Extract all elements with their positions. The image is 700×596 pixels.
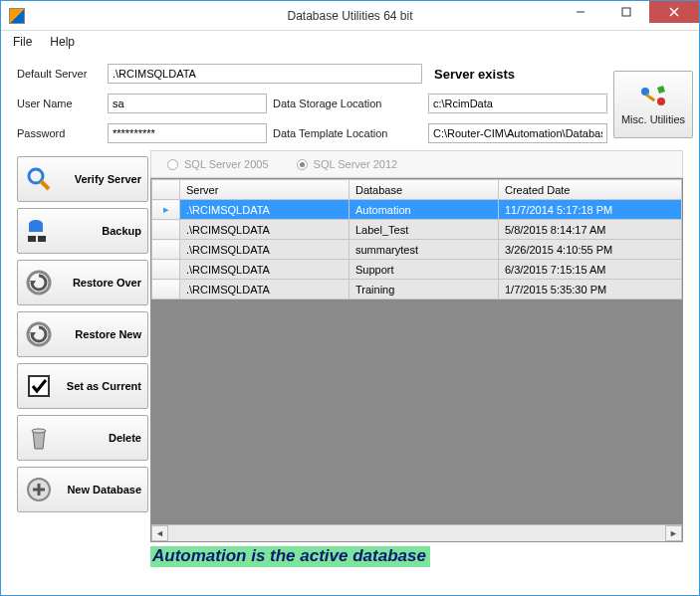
svg-line-9 [41,181,49,189]
svg-point-19 [32,429,46,433]
row-indicator[interactable] [152,220,180,240]
maximize-button[interactable] [603,1,649,23]
svg-marker-6 [657,86,665,94]
verify-server-button[interactable]: Verify Server [17,156,148,202]
menu-help[interactable]: Help [50,35,75,49]
status-line: Automation is the active database [150,542,683,566]
sql-2012-label: SQL Server 2012 [314,158,398,170]
close-button[interactable] [649,1,699,23]
cell-created[interactable]: 11/7/2014 5:17:18 PM [499,200,682,220]
restore-over-icon [24,268,54,298]
svg-point-7 [657,98,665,105]
svg-rect-18 [29,376,49,396]
grid-header-server[interactable]: Server [180,180,350,200]
cell-server[interactable]: .\RCIMSQLDATA [180,200,350,220]
user-name-label: User Name [17,98,102,109]
tools-icon [637,84,669,109]
row-indicator[interactable] [152,240,180,260]
titlebar: Database Utilities 64 bit [1,1,699,31]
server-exists-label: Server exists [428,67,607,82]
scroll-right-arrow-icon[interactable]: ► [665,525,682,541]
delete-button[interactable]: Delete [17,415,148,461]
set-as-current-label: Set as Current [60,380,141,392]
scroll-left-arrow-icon[interactable]: ◄ [151,525,168,541]
restore-new-button[interactable]: Restore New [17,311,148,357]
checkbox-icon [24,371,54,401]
svg-rect-12 [28,236,36,242]
sql-2005-radio[interactable]: SQL Server 2005 [167,158,269,170]
menu-file[interactable]: File [13,35,32,49]
cell-server[interactable]: .\RCIMSQLDATA [180,240,350,260]
row-indicator[interactable] [152,280,180,299]
cell-database[interactable]: Support [350,260,499,280]
restore-new-label: Restore New [60,328,141,340]
data-storage-label: Data Storage Location [273,98,422,109]
cell-server[interactable]: .\RCIMSQLDATA [180,260,350,280]
svg-rect-5 [645,94,655,101]
delete-label: Delete [60,432,141,444]
data-storage-input[interactable] [428,94,607,113]
cell-database[interactable]: Training [350,280,499,299]
password-label: Password [17,127,102,139]
grid-rowheader-col[interactable] [152,180,180,200]
table-row[interactable]: .\RCIMSQLDATATraining1/7/2015 5:35:30 PM [152,280,682,299]
cell-database[interactable]: Automation [350,200,499,220]
menubar: File Help [1,31,699,53]
app-icon [9,8,25,24]
grid-header-created[interactable]: Created Date [499,180,682,200]
data-template-input[interactable] [428,123,607,143]
verify-icon [24,164,54,194]
new-database-label: New Database [60,484,141,496]
cell-server[interactable]: .\RCIMSQLDATA [180,280,350,299]
trash-icon [24,423,54,453]
minimize-button[interactable] [558,1,603,23]
table-row[interactable]: ▸.\RCIMSQLDATAAutomation11/7/2014 5:17:1… [152,200,682,220]
restore-new-icon [24,319,54,349]
data-template-label: Data Template Location [273,127,422,139]
svg-rect-11 [29,224,43,232]
cell-created[interactable]: 6/3/2015 7:15:15 AM [499,260,682,280]
cell-database[interactable]: summarytest [350,240,499,260]
svg-rect-1 [622,8,630,16]
plus-icon [24,475,54,504]
set-as-current-button[interactable]: Set as Current [17,363,148,409]
database-grid[interactable]: Server Database Created Date ▸.\RCIMSQLD… [150,178,683,542]
cell-created[interactable]: 3/26/2015 4:10:55 PM [499,240,682,260]
cell-server[interactable]: .\RCIMSQLDATA [180,220,350,240]
default-server-label: Default Server [17,68,102,80]
row-indicator[interactable]: ▸ [152,200,180,220]
horizontal-scrollbar[interactable]: ◄ ► [151,524,682,541]
table-row[interactable]: .\RCIMSQLDATAsummarytest3/26/2015 4:10:5… [152,240,682,260]
misc-utilities-button[interactable]: Misc. Utilities [613,71,693,138]
scroll-track[interactable] [168,525,665,541]
table-row[interactable]: .\RCIMSQLDATASupport6/3/2015 7:15:15 AM [152,260,682,280]
svg-rect-13 [38,236,46,242]
backup-icon [24,216,54,246]
grid-header-database[interactable]: Database [350,180,499,200]
verify-server-label: Verify Server [60,173,141,185]
svg-point-8 [29,169,43,183]
row-indicator[interactable] [152,260,180,280]
table-row[interactable]: .\RCIMSQLDATALabel_Test5/8/2015 8:14:17 … [152,220,682,240]
backup-label: Backup [60,225,141,237]
sql-2012-radio[interactable]: SQL Server 2012 [297,158,398,170]
cell-created[interactable]: 1/7/2015 5:35:30 PM [499,280,682,299]
cell-created[interactable]: 5/8/2015 8:14:17 AM [499,220,682,240]
window-title: Database Utilities 64 bit [287,9,412,23]
sidebar: Verify Server Backup Restore Over Restor… [17,150,148,566]
restore-over-label: Restore Over [60,277,141,289]
sql-2005-label: SQL Server 2005 [184,158,269,170]
active-database-status: Automation is the active database [150,546,430,567]
new-database-button[interactable]: New Database [17,467,148,512]
misc-utilities-label: Misc. Utilities [621,113,685,125]
cell-database[interactable]: Label_Test [350,220,499,240]
sql-version-group: SQL Server 2005 SQL Server 2012 [150,150,683,178]
password-input[interactable] [108,123,267,143]
form-area: Default Server Server exists Misc. Utili… [1,53,699,150]
user-name-input[interactable] [108,94,267,113]
default-server-input[interactable] [108,64,422,84]
backup-button[interactable]: Backup [17,208,148,254]
restore-over-button[interactable]: Restore Over [17,260,148,305]
